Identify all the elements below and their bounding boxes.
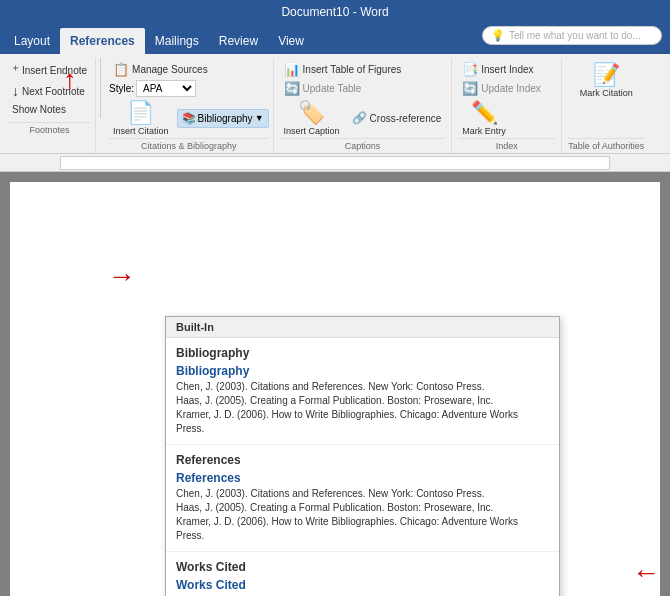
- update-table-icon: 🔄: [284, 81, 300, 96]
- bibliography-entry-title[interactable]: Bibliography: [176, 364, 549, 378]
- footnotes-label: Footnotes: [8, 122, 91, 135]
- index-group-label: Index: [458, 138, 555, 151]
- caption-icon: 🏷️: [298, 100, 325, 126]
- bibliography-section: Bibliography Bibliography Chen, J. (2003…: [166, 338, 559, 445]
- tell-me-box[interactable]: 💡 Tell me what you want to do...: [482, 26, 662, 45]
- tell-me-placeholder: Tell me what you want to do...: [509, 30, 641, 41]
- tab-mailings[interactable]: Mailings: [145, 28, 209, 54]
- table-auth-label: Table of Authorities: [568, 138, 644, 151]
- ref-text-1: Chen, J. (2003). Citations and Reference…: [176, 488, 485, 499]
- dropdown-header: Built-In: [166, 317, 559, 338]
- bib-text-1: Chen, J. (2003). Citations and Reference…: [176, 381, 485, 392]
- tab-layout[interactable]: Layout: [4, 28, 60, 54]
- references-section-title: References: [176, 453, 549, 467]
- bib-entry-1: Chen, J. (2003). Citations and Reference…: [176, 380, 549, 394]
- bib-icon: 📚: [182, 112, 196, 125]
- style-label: Style:: [109, 83, 134, 94]
- citation-icon: 📄: [127, 100, 154, 126]
- title-bar: Document10 - Word: [0, 0, 670, 24]
- bib-entry-2: Haas, J. (2005). Creating a Formal Publi…: [176, 394, 549, 408]
- mark-citation-icon: 📝: [593, 62, 620, 88]
- captions-group-label: Captions: [280, 138, 446, 151]
- insert-table-figures-btn[interactable]: 📊 Insert Table of Figures: [280, 60, 446, 79]
- works-cited-section-title: Works Cited: [176, 560, 549, 574]
- doc-area: NESABAMEDIA Built-In Bibliography Biblio…: [0, 172, 670, 596]
- table-auth-group: 📝 Mark Citation Table of Authorities: [562, 58, 650, 153]
- lightbulb-icon: 💡: [491, 29, 505, 42]
- document-title: Document10 - Word: [281, 5, 388, 19]
- style-select[interactable]: APA MLA Chicago: [136, 80, 196, 97]
- ref-entry-2: Haas, J. (2005). Creating a Formal Publi…: [176, 501, 549, 515]
- citations-group: 📋 Manage Sources Style: APA MLA Chicago …: [105, 58, 274, 153]
- endnote-icon: ⁺: [12, 62, 19, 78]
- chevron-down-icon: ▼: [255, 113, 264, 123]
- tab-view[interactable]: View: [268, 28, 314, 54]
- bibliography-dropdown: Built-In Bibliography Bibliography Chen,…: [165, 316, 560, 596]
- update-index-icon: 🔄: [462, 81, 478, 96]
- next-footnote-btn[interactable]: ↓ Next Footnote: [8, 81, 91, 101]
- cross-ref-btn[interactable]: 🔗 Cross-reference: [348, 109, 446, 127]
- nextfootnote-icon: ↓: [12, 83, 19, 99]
- insert-citation-row: 📄 Insert Citation 📚 Bibliography ▼: [109, 98, 269, 138]
- manage-sources-btn[interactable]: 📋 Manage Sources: [109, 60, 269, 79]
- show-notes-btn[interactable]: Show Notes: [8, 102, 91, 117]
- mark-citation-btn[interactable]: 📝 Mark Citation: [568, 60, 644, 100]
- ref-entry-1: Chen, J. (2003). Citations and Reference…: [176, 487, 549, 501]
- footnotes-group: ⁺ Insert Endnote ↓ Next Footnote Show No…: [4, 58, 96, 153]
- style-row: Style: APA MLA Chicago: [109, 80, 269, 97]
- update-table-btn[interactable]: 🔄 Update Table: [280, 79, 446, 98]
- table-figures-icon: 📊: [284, 62, 300, 77]
- ref-text-2: Haas, J. (2005). Creating a Formal Publi…: [176, 502, 493, 513]
- citations-group-label: Citations & Bibliography: [109, 138, 269, 151]
- ref-text-3: Kramer, J. D. (2006). How to Write Bibli…: [176, 516, 518, 541]
- insert-citation-btn[interactable]: 📄 Insert Citation: [109, 98, 173, 138]
- bib-entry-3: Kramer, J. D. (2006). How to Write Bibli…: [176, 408, 549, 436]
- ruler-line: [60, 156, 610, 170]
- insert-caption-btn[interactable]: 🏷️ Insert Caption: [280, 98, 344, 138]
- update-index-btn[interactable]: 🔄 Update Index: [458, 79, 555, 98]
- ruler: [0, 154, 670, 172]
- bib-text-2: Haas, J. (2005). Creating a Formal Publi…: [176, 395, 493, 406]
- cross-ref-icon: 🔗: [352, 111, 367, 125]
- ribbon: ⁺ Insert Endnote ↓ Next Footnote Show No…: [0, 54, 670, 154]
- bibliography-section-title: Bibliography: [176, 346, 549, 360]
- references-section: References References Chen, J. (2003). C…: [166, 445, 559, 552]
- bibliography-btn[interactable]: 📚 Bibliography ▼: [177, 109, 269, 128]
- mark-entry-btn[interactable]: ✏️ Mark Entry: [458, 98, 510, 138]
- insert-index-btn[interactable]: 📑 Insert Index: [458, 60, 555, 79]
- manage-sources-icon: 📋: [113, 62, 129, 77]
- insert-endnote-btn[interactable]: ⁺ Insert Endnote: [8, 60, 91, 80]
- captions-bottom: 🏷️ Insert Caption 🔗 Cross-reference: [280, 98, 446, 138]
- ref-entry-3: Kramer, J. D. (2006). How to Write Bibli…: [176, 515, 549, 543]
- divider-1: [100, 58, 101, 118]
- index-group: 📑 Insert Index 🔄 Update Index ✏️ Mark En…: [452, 58, 562, 153]
- works-cited-section: Works Cited Works Cited Chen, J. (2003).…: [166, 552, 559, 596]
- works-cited-entry-title[interactable]: Works Cited: [176, 578, 549, 592]
- ribbon-tabs: Layout References Mailings Review View 💡…: [0, 24, 670, 54]
- tab-references[interactable]: References: [60, 28, 145, 54]
- tab-review[interactable]: Review: [209, 28, 268, 54]
- captions-group: 📊 Insert Table of Figures 🔄 Update Table…: [274, 58, 453, 153]
- mark-entry-icon: ✏️: [471, 100, 498, 126]
- bib-text-3: Kramer, J. D. (2006). How to Write Bibli…: [176, 409, 518, 434]
- insert-index-icon: 📑: [462, 62, 478, 77]
- references-entry-title[interactable]: References: [176, 471, 549, 485]
- doc-page: NESABAMEDIA Built-In Bibliography Biblio…: [10, 182, 660, 596]
